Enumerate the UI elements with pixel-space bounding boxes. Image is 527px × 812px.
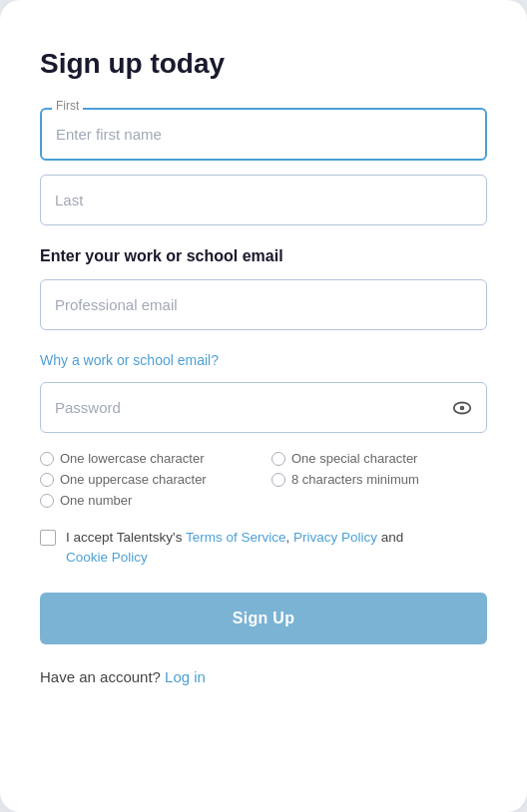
email-section-label: Enter your work or school email (40, 247, 487, 265)
password-requirements: One lowercase character One special char… (40, 451, 487, 508)
req-circle-icon (271, 473, 285, 487)
req-circle-icon (40, 494, 54, 508)
email-input[interactable] (40, 279, 487, 330)
cookie-policy-link[interactable]: Cookie Policy (66, 550, 148, 565)
password-group (40, 382, 487, 433)
req-circle-icon (40, 473, 54, 487)
req-special: One special character (271, 451, 487, 466)
req-uppercase: One uppercase character (40, 472, 256, 487)
signup-card: Sign up today First Enter your work or s… (0, 0, 527, 812)
password-input[interactable] (40, 382, 487, 433)
first-name-group: First (40, 108, 487, 161)
page-title: Sign up today (40, 48, 487, 80)
first-name-wrapper: First (40, 108, 487, 161)
first-name-label: First (52, 99, 83, 113)
svg-point-1 (460, 405, 465, 410)
login-link[interactable]: Log in (165, 668, 206, 685)
last-name-group (40, 175, 487, 225)
tos-link[interactable]: Terms of Service (186, 530, 286, 545)
req-circle-icon (40, 452, 54, 466)
terms-checkbox[interactable] (40, 530, 56, 546)
req-number: One number (40, 493, 256, 508)
terms-text: I accept Talentsky's Terms of Service, P… (66, 528, 403, 569)
req-circle-icon (271, 452, 285, 466)
email-group (40, 279, 487, 330)
req-minlength: 8 characters minimum (271, 472, 487, 487)
why-work-email-link[interactable]: Why a work or school email? (40, 352, 487, 368)
req-lowercase: One lowercase character (40, 451, 256, 466)
signup-button[interactable]: Sign Up (40, 593, 487, 644)
terms-row: I accept Talentsky's Terms of Service, P… (40, 528, 487, 569)
toggle-password-icon[interactable] (451, 397, 473, 419)
privacy-policy-link[interactable]: Privacy Policy (293, 530, 377, 545)
login-row: Have an account? Log in (40, 668, 487, 685)
first-name-input[interactable] (40, 108, 487, 161)
last-name-input[interactable] (40, 175, 487, 225)
